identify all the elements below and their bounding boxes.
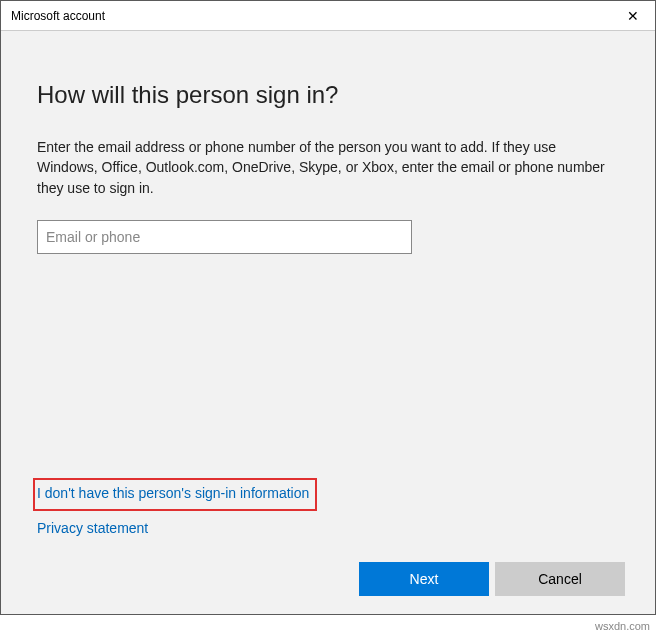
- watermark-text: wsxdn.com: [595, 620, 650, 632]
- links-area: I don't have this person's sign-in infor…: [37, 478, 317, 542]
- privacy-statement-link[interactable]: Privacy statement: [37, 520, 148, 536]
- window-title: Microsoft account: [11, 9, 105, 23]
- page-title: How will this person sign in?: [37, 81, 619, 109]
- close-button[interactable]: ✕: [610, 1, 655, 30]
- content-area: How will this person sign in? Enter the …: [1, 31, 655, 614]
- email-or-phone-input[interactable]: [37, 220, 412, 254]
- no-signin-info-link[interactable]: I don't have this person's sign-in infor…: [37, 485, 309, 501]
- footer-buttons: Next Cancel: [359, 562, 625, 596]
- highlight-annotation: I don't have this person's sign-in infor…: [33, 478, 317, 511]
- dialog-window: Microsoft account ✕ How will this person…: [0, 0, 656, 615]
- next-button[interactable]: Next: [359, 562, 489, 596]
- titlebar: Microsoft account ✕: [1, 1, 655, 31]
- description-text: Enter the email address or phone number …: [37, 137, 607, 198]
- cancel-button[interactable]: Cancel: [495, 562, 625, 596]
- close-icon: ✕: [627, 8, 639, 24]
